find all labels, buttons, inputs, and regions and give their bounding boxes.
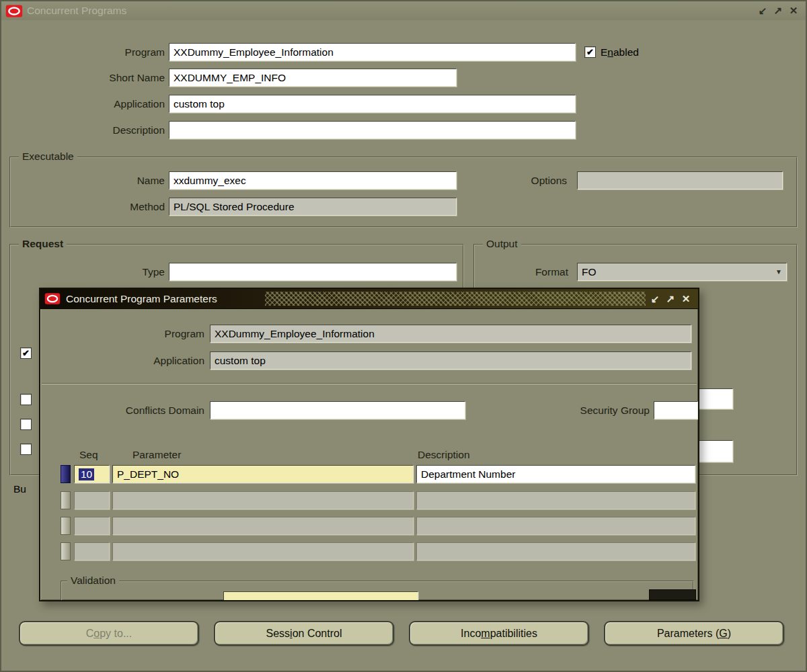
request-checkbox-2[interactable] [20,394,32,405]
restore-icon[interactable]: ↗ [665,292,676,306]
dialog-program-field: XXDummy_Employee_Information [210,325,691,343]
seq-column-header: Seq [79,449,98,461]
parameters-button[interactable]: Parameters (G) [604,621,784,646]
application-field[interactable]: custom top [169,95,576,113]
enabled-checkbox[interactable]: ✔ [584,46,596,58]
executable-group: Executable [9,157,798,228]
method-field: PL/SQL Stored Procedure [169,198,457,216]
restore-icon[interactable]: ↗ [773,3,783,18]
output-format-value: FO [582,266,597,278]
seq-field[interactable] [74,491,110,509]
check-icon: ✔ [22,348,30,358]
executable-name-field[interactable]: xxdummy_exec [169,171,457,190]
method-label: Method [27,198,165,216]
incompatibilities-button[interactable]: Incompatibilities [409,621,589,646]
enabled-label: Enabled [601,43,639,61]
dialog-title: Concurrent Program Parameters [66,293,217,305]
short-name-field[interactable]: XXDUMMY_EMP_INFO [169,69,457,87]
seq-field[interactable] [74,517,110,535]
oracle-logo-icon [5,4,23,18]
parameter-field[interactable] [112,491,414,509]
application-label: Application [27,95,165,113]
check-icon: ✔ [586,47,594,57]
request-group-label: Request [19,238,67,250]
session-control-button[interactable]: Session Control [214,621,394,646]
concurrent-program-parameters-dialog: Concurrent Program Parameters ↙ ↗ ✕ Prog… [39,288,699,601]
main-window-title: Concurrent Programs [27,5,126,17]
request-type-field[interactable] [169,263,457,281]
parameter-field[interactable]: P_DEPT_NO [112,465,414,483]
options-label: Options [471,171,567,190]
security-group-field[interactable] [654,401,698,419]
selected-text: 10 [79,468,94,480]
description-column-header: Description [418,449,470,461]
options-field [577,171,783,190]
minimize-icon[interactable]: ↙ [650,292,660,306]
description-field[interactable] [416,491,695,509]
description-field[interactable] [169,121,576,139]
close-icon[interactable]: ✕ [788,3,799,18]
business-group-label-partial: Bu [13,480,26,498]
copy-to-button[interactable]: Copy to... [19,621,199,646]
request-checkbox-4[interactable] [20,444,32,455]
validation-partial-button[interactable] [649,589,696,600]
validation-group-label: Validation [67,575,119,587]
short-name-label: Short Name [27,69,165,87]
dropdown-arrow-icon: ▼ [775,268,782,276]
output-format-label: Format [472,263,568,281]
close-icon[interactable]: ✕ [681,292,691,306]
request-checkbox-3[interactable] [20,419,32,430]
description-label: Description [27,121,165,139]
minimize-icon[interactable]: ↙ [757,3,768,18]
program-field[interactable]: XXDummy_Employee_Information [169,43,576,61]
security-group-label: Security Group [549,401,650,419]
row-selector[interactable] [61,542,71,560]
row-selector[interactable] [61,465,71,483]
description-field[interactable]: Department Number [416,465,695,483]
parameter-column-header: Parameter [132,449,181,461]
row-selector[interactable] [61,517,71,535]
dialog-window-controls: ↙ ↗ ✕ [650,292,691,306]
main-titlebar[interactable]: Concurrent Programs ↙ ↗ ✕ [1,1,806,20]
titlebar-texture [265,292,646,306]
validation-partial-field[interactable] [223,591,418,601]
parameter-field[interactable] [112,517,414,535]
conflicts-domain-field[interactable] [210,401,465,419]
output-format-dropdown[interactable]: FO ▼ [577,263,787,281]
row-selector[interactable] [61,491,71,509]
main-window-controls: ↙ ↗ ✕ [757,3,799,18]
conflicts-domain-label: Conflicts Domain [81,401,204,419]
seq-field[interactable]: 10 [74,465,110,483]
program-label: Program [27,43,165,61]
oracle-logo-icon [44,292,61,305]
executable-group-label: Executable [19,151,77,163]
separator [42,383,697,384]
seq-field[interactable] [74,542,110,560]
request-type-label: Type [27,263,165,281]
description-field[interactable] [416,542,695,560]
concurrent-programs-window: Concurrent Programs ↙ ↗ ✕ Program XXDumm… [0,0,807,672]
dialog-program-label: Program [108,325,204,343]
executable-name-label: Name [27,171,165,190]
dialog-application-label: Application [108,351,204,370]
dialog-titlebar[interactable]: Concurrent Program Parameters ↙ ↗ ✕ [40,289,698,309]
parameter-field[interactable] [112,542,414,560]
request-checkbox-1[interactable]: ✔ [20,347,32,359]
dialog-application-field: custom top [210,351,691,370]
description-field[interactable] [416,517,695,535]
output-group-label: Output [483,238,521,250]
